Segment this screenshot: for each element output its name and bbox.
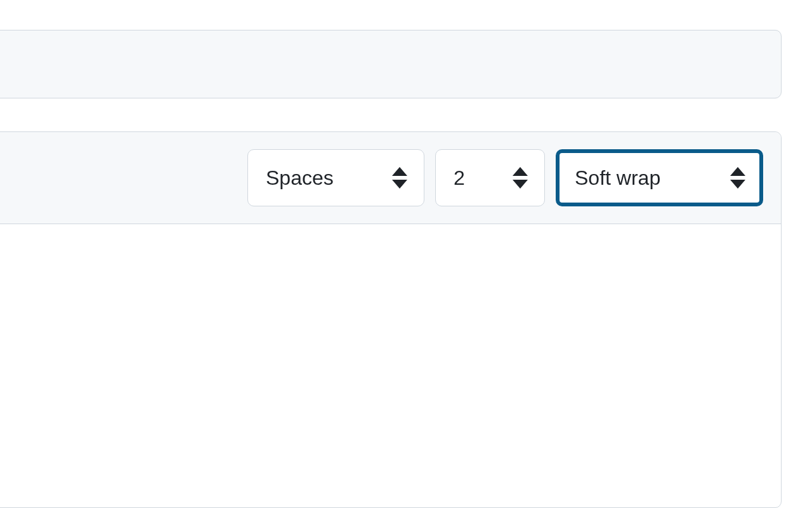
wrap-mode-select[interactable]: Soft wrap [556,149,763,206]
indent-size-label: 2 [454,168,465,188]
indent-mode-select[interactable]: Spaces [247,149,424,206]
filename-panel [0,30,782,98]
editor-toolbar: Spaces 2 Soft wrap [0,132,781,224]
wrap-mode-label: Soft wrap [575,168,660,188]
indent-size-select[interactable]: 2 [435,149,545,206]
editor-panel: Spaces 2 Soft wrap [0,131,782,508]
sort-icon [513,167,528,189]
indent-mode-label: Spaces [266,168,334,188]
sort-icon [392,167,407,189]
sort-icon [730,167,745,189]
